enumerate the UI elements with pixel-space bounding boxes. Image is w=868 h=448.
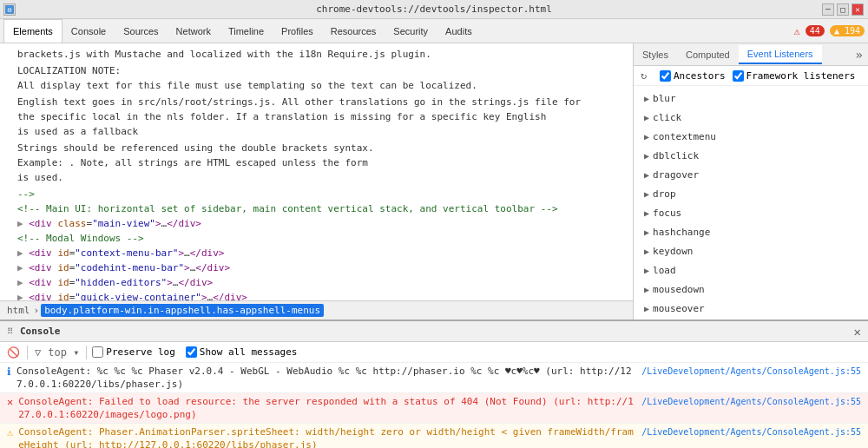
dom-line[interactable]: ▶ <div id="codehint-menu-bar">…</div>	[0, 260, 633, 275]
event-name-label: dblclick	[653, 148, 699, 164]
refresh-icon[interactable]: ↻	[641, 69, 653, 82]
event-list-item[interactable]: ▶mouseover	[634, 300, 868, 319]
event-list-item[interactable]: ▶blur	[634, 89, 868, 109]
maximize-button[interactable]: □	[837, 3, 849, 16]
error-icon: ⚠	[794, 25, 800, 37]
preserve-log-input[interactable]	[92, 346, 103, 358]
title-bar: ⚙ chrome-devtools://devtools/inspector.h…	[0, 0, 868, 19]
window-buttons[interactable]: ─ □ ✕	[822, 3, 865, 16]
tab-security[interactable]: Security	[385, 19, 437, 43]
close-button[interactable]: ✕	[852, 3, 864, 16]
tab-resources[interactable]: Resources	[322, 19, 385, 43]
console-title: Console	[20, 326, 60, 337]
dom-line: Strings should be referenced using the d…	[0, 141, 633, 155]
event-name-label: load	[653, 263, 676, 279]
breadcrumb-selected[interactable]: body.platform-win.in-appshell.has-appshe…	[41, 304, 324, 317]
event-arrow-icon: ▶	[644, 168, 649, 183]
drag-handle-icon: ⠿	[7, 326, 13, 336]
framework-checkbox[interactable]	[733, 70, 744, 82]
event-list-item[interactable]: ▶keydown	[634, 242, 868, 261]
console-header: ⠿ Console ✕	[0, 321, 868, 342]
tab-timeline[interactable]: Timeline	[220, 19, 273, 43]
close-console-button[interactable]: ✕	[854, 325, 861, 339]
more-tabs-button[interactable]: »	[851, 48, 868, 62]
event-arrow-icon: ▶	[644, 282, 649, 298]
event-arrow-icon: ▶	[644, 91, 649, 107]
tab-network[interactable]: Network	[168, 19, 220, 43]
framework-filter[interactable]: Framework listeners	[733, 70, 856, 82]
message-text: ConsoleAgent: Failed to load resource: t…	[18, 395, 635, 421]
console-message: ✕ ConsoleAgent: Failed to load resource:…	[0, 393, 868, 424]
ancestors-checkbox[interactable]	[660, 70, 671, 82]
event-list-item[interactable]: ▶hashchange	[634, 223, 868, 242]
event-list-item[interactable]: ▶mousedown	[634, 280, 868, 300]
dom-line[interactable]: ▶ <div class="main-view">…</div>	[0, 216, 633, 231]
tab-console[interactable]: Console	[62, 19, 115, 43]
tab-styles[interactable]: Styles	[634, 46, 677, 63]
event-list-item[interactable]: ▶dblclick	[634, 147, 868, 166]
event-list-item[interactable]: ▶dragover	[634, 166, 868, 185]
devtools-icon: ⚙	[3, 3, 16, 16]
show-all-input[interactable]	[186, 346, 197, 358]
console-messages[interactable]: ℹ ConsoleAgent: %c %c %c Phaser v2.0.4 -…	[0, 363, 868, 448]
message-text: ConsoleAgent: %c %c %c Phaser v2.0.4 - W…	[16, 365, 635, 391]
minimize-button[interactable]: ─	[822, 3, 834, 16]
tab-audits[interactable]: Audits	[437, 19, 481, 43]
console-toolbar: 🚫 ▽ top ▾ Preserve log Show all messages	[0, 342, 868, 363]
event-arrow-icon: ▶	[644, 225, 649, 240]
event-name-label: click	[653, 110, 681, 126]
message-source[interactable]: /LiveDevelopment/Agents/ConsoleAgent.js:…	[641, 425, 861, 438]
tab-elements[interactable]: Elements	[3, 19, 62, 43]
event-name-label: mousedown	[653, 282, 705, 298]
breadcrumb-item-html[interactable]: html	[5, 305, 32, 316]
show-all-label: Show all messages	[200, 346, 298, 358]
top-dropdown[interactable]: top ▾	[46, 345, 81, 360]
ancestors-filter[interactable]: Ancestors	[660, 70, 726, 82]
event-name-label: dragover	[653, 168, 699, 183]
dom-line: -->	[0, 187, 633, 201]
preserve-log-label: Preserve log	[106, 346, 174, 358]
dom-panel: brackets.js with Mustache and localized …	[0, 43, 634, 320]
dom-line: <!-- Main UI: horizontal set of sidebar,…	[0, 201, 633, 216]
styles-tabs: Styles Computed Event Listeners »	[634, 43, 868, 66]
tab-profiles[interactable]: Profiles	[273, 19, 322, 43]
event-list-item[interactable]: ▶click	[634, 109, 868, 128]
event-arrow-icon: ▶	[644, 206, 649, 221]
message-icon: ✕	[7, 396, 13, 409]
clear-console-button[interactable]: 🚫	[5, 345, 22, 360]
dom-line: is used.	[0, 170, 633, 185]
event-name-label: hashchange	[653, 225, 710, 240]
styles-panel: Styles Computed Event Listeners » ↻ Ance…	[634, 43, 868, 320]
tab-sources[interactable]: Sources	[115, 19, 167, 43]
tab-event-listeners[interactable]: Event Listeners	[739, 45, 822, 64]
console-section: ⠿ Console ✕ 🚫 ▽ top ▾ Preserve log Show …	[0, 320, 868, 448]
window-controls[interactable]: ⚙	[0, 0, 16, 18]
event-arrow-icon: ▶	[644, 263, 649, 279]
badge-area: ⚠ 44 ▲ 194	[794, 25, 865, 37]
event-list-item[interactable]: ▶drop	[634, 185, 868, 204]
preserve-log-checkbox[interactable]: Preserve log	[92, 346, 174, 358]
event-name-label: contextmenu	[653, 129, 716, 145]
event-filters: ↻ Ancestors Framework listeners	[634, 66, 868, 86]
toolbar-separator	[27, 346, 28, 359]
dom-line: the specific local in the nls folder. If…	[0, 109, 633, 124]
event-list[interactable]: ▶blur▶click▶contextmenu▶dblclick▶dragove…	[634, 86, 868, 320]
dom-line[interactable]: ▶ <div id="context-menu-bar">…</div>	[0, 246, 633, 260]
toolbar-separator-2	[86, 346, 87, 359]
filter-icon[interactable]: ▽	[33, 345, 43, 360]
dom-content[interactable]: brackets.js with Mustache and localized …	[0, 43, 633, 300]
message-icon: ℹ	[7, 366, 11, 379]
event-list-item[interactable]: ▶focus	[634, 204, 868, 223]
tab-computed[interactable]: Computed	[677, 46, 739, 63]
dom-line[interactable]: ▶ <div id="quick-view-container">…</div>	[0, 290, 633, 300]
message-text: ConsoleAgent: Phaser.AnimationParser.spr…	[18, 425, 635, 448]
dom-line: Example: . Note, all strings are HTML es…	[0, 155, 633, 170]
ancestors-label: Ancestors	[674, 70, 726, 82]
message-source[interactable]: /LiveDevelopment/Agents/ConsoleAgent.js:…	[641, 395, 861, 408]
event-list-item[interactable]: ▶load	[634, 261, 868, 280]
show-all-checkbox[interactable]: Show all messages	[186, 346, 298, 358]
message-source[interactable]: /LiveDevelopment/Agents/ConsoleAgent.js:…	[641, 365, 861, 378]
dom-line[interactable]: ▶ <div id="hidden-editors">…</div>	[0, 275, 633, 290]
console-message: ℹ ConsoleAgent: %c %c %c Phaser v2.0.4 -…	[0, 363, 868, 393]
event-list-item[interactable]: ▶contextmenu	[634, 128, 868, 147]
